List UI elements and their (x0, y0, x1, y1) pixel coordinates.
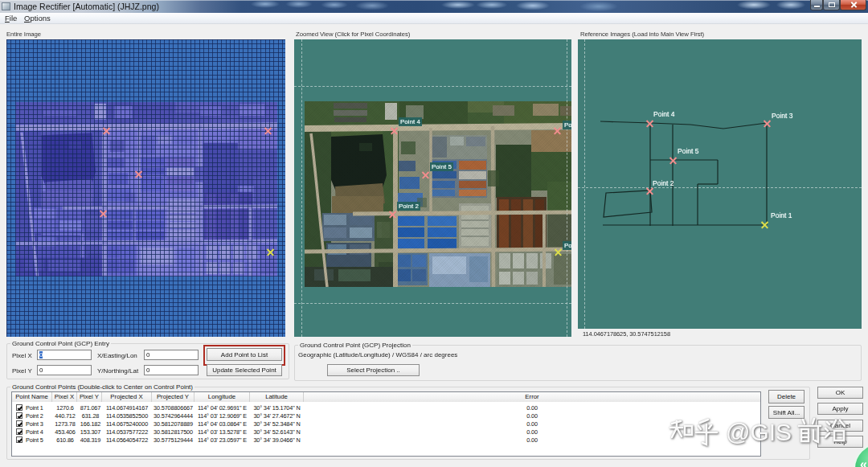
svg-text:@GIS: @GIS (726, 419, 792, 445)
